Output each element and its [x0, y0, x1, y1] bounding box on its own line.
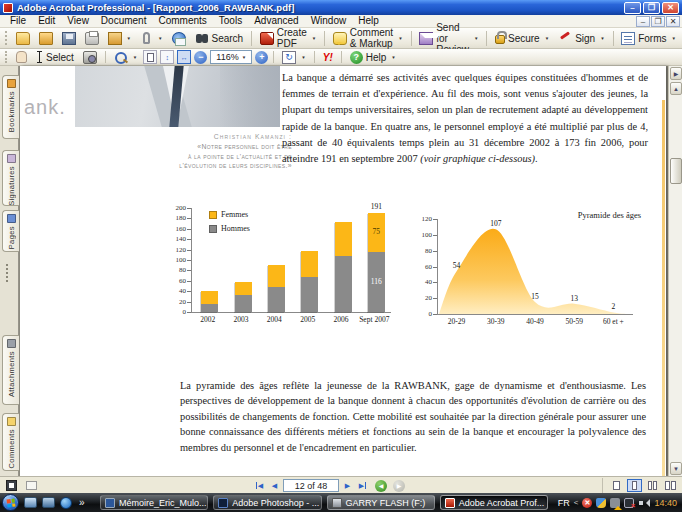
language-indicator[interactable]: FR [558, 498, 570, 508]
scroll-down-arrow[interactable]: ▼ [670, 462, 682, 475]
antivirus-shield-icon[interactable] [596, 498, 606, 508]
doc-restore-button[interactable]: ❐ [651, 16, 665, 27]
close-button[interactable]: ✕ [662, 2, 679, 14]
create-pdf-button[interactable]: Create PDF [257, 26, 319, 50]
volume-icon[interactable] [638, 498, 648, 508]
tray-chevron[interactable]: < [574, 498, 579, 507]
pane-toggle-icon[interactable] [26, 481, 37, 490]
next-view-button[interactable]: ▶ [393, 480, 405, 492]
organizer-open-button[interactable] [36, 31, 56, 46]
page-navigation: ◀ ◀ 12 of 48 ▶ ▶ ◀ ▶ [253, 478, 405, 493]
update-warning-icon[interactable] [610, 498, 620, 508]
sidebar-tab-signatures[interactable]: Signatures [2, 150, 19, 206]
sidebar-tab-comments[interactable]: Comments [2, 413, 19, 471]
window-switcher-icon[interactable] [42, 497, 55, 508]
select-tool-button[interactable]: Select [33, 50, 77, 65]
sidebar-tab-bookmarks[interactable]: Bookmarks [2, 75, 19, 139]
help-button[interactable]: ? Help [347, 50, 399, 65]
taskbar-button[interactable]: Mémoire_Eric_Mulo... [100, 495, 208, 510]
document-pane[interactable]: ank. Christian Kamanzi : «Notre personne… [19, 66, 668, 476]
media-player-icon[interactable] [60, 497, 72, 509]
bar-ytick-label: 0 [165, 308, 186, 316]
attach-button[interactable] [137, 31, 165, 45]
zoom-in-button[interactable]: + [255, 51, 268, 64]
pdf-page: ank. Christian Kamanzi : «Notre personne… [20, 66, 666, 476]
menu-document[interactable]: Document [95, 15, 153, 27]
minimize-button[interactable]: – [624, 2, 641, 14]
fit-page-button[interactable] [143, 50, 157, 64]
pane-expand-arrow[interactable]: ▶ [670, 67, 682, 80]
sign-pen-icon [558, 32, 572, 45]
sidebar-tab-attachments[interactable]: Attachments [2, 335, 19, 405]
doc-close-button[interactable]: ✕ [666, 16, 680, 27]
hand-tool-button[interactable] [13, 50, 30, 64]
restore-button[interactable]: ❐ [643, 2, 660, 14]
continuous-facing-button[interactable] [645, 479, 660, 492]
print-button[interactable] [82, 31, 102, 46]
sidebar-tab-pages[interactable]: Pages [2, 210, 19, 252]
bar-xtick-label: 2004 [258, 316, 291, 325]
open-folder-icon [16, 32, 30, 45]
start-button[interactable] [2, 494, 19, 511]
menu-comments[interactable]: Comments [152, 15, 212, 27]
pane-splitter-handle[interactable] [6, 264, 13, 282]
quote-block: Christian Kamanzi : «Notre personnel doi… [78, 132, 292, 171]
show-desktop-icon[interactable] [24, 497, 37, 508]
previous-view-button[interactable]: ◀ [375, 480, 387, 492]
snapshot-button[interactable] [80, 50, 100, 65]
fit-height-button[interactable]: ↕ [160, 50, 174, 64]
open-button[interactable] [13, 31, 33, 46]
clock[interactable]: 14:40 [654, 498, 677, 508]
rotate-page-icon [282, 51, 296, 64]
vertical-scrollbar[interactable]: ▶ ▲ ▼ [668, 66, 682, 476]
legend-swatch-femmes [209, 211, 217, 219]
facing-button[interactable] [663, 479, 678, 492]
organizer-button[interactable] [105, 31, 134, 46]
fit-width-button[interactable]: ↔ [177, 50, 191, 64]
single-page-button[interactable] [609, 479, 624, 492]
save-button[interactable] [59, 31, 79, 46]
taskbar-button[interactable]: GARRY FLASH (F:) [327, 495, 435, 510]
next-page-button[interactable]: ▶ [341, 479, 354, 492]
sign-button[interactable]: Sign [555, 31, 607, 46]
yahoo-toolbar-button[interactable]: Y! [320, 51, 336, 64]
organizer-folder-icon [39, 32, 53, 45]
save-disk-icon [62, 32, 76, 45]
forms-button[interactable]: Forms [618, 31, 679, 46]
quote-line: «Notre personnel doit être [78, 142, 292, 152]
zoom-tool-button[interactable] [111, 50, 140, 65]
network-disconnected-icon[interactable] [624, 498, 634, 508]
zoom-out-button[interactable]: − [194, 51, 207, 64]
comments-icon [7, 417, 16, 426]
taskbar-button[interactable]: Adobe Photoshop - ... [213, 495, 321, 510]
scrollbar-thumb[interactable] [670, 158, 682, 184]
toolbar-separator [251, 31, 252, 46]
menu-items: FileEditViewDocumentCommentsToolsAdvance… [4, 15, 385, 27]
quick-launch-more-chevron[interactable]: » [79, 497, 85, 508]
facing-icon [671, 481, 676, 490]
comment-markup-button[interactable]: Comment & Markup [330, 26, 406, 50]
bar-hommes-label: 116 [368, 277, 385, 286]
security-alert-icon[interactable]: ✕ [582, 498, 592, 508]
area-y-axis [437, 219, 438, 314]
menu-view[interactable]: View [61, 15, 95, 27]
menu-file[interactable]: File [4, 15, 32, 27]
search-button[interactable]: Search [192, 31, 247, 46]
first-page-button[interactable]: ◀ [253, 479, 266, 492]
secure-button[interactable]: Secure [492, 31, 552, 45]
previous-page-button[interactable]: ◀ [268, 479, 281, 492]
email-button[interactable] [169, 31, 189, 46]
doc-minimize-button[interactable]: – [636, 16, 650, 27]
toolbar-grip[interactable] [5, 31, 8, 45]
page-indicator[interactable]: 12 of 48 [283, 479, 339, 492]
rotate-pages-button[interactable] [279, 50, 308, 65]
menu-edit[interactable]: Edit [32, 15, 61, 27]
scroll-up-arrow[interactable]: ▲ [670, 82, 682, 95]
page-size-icon[interactable] [6, 480, 17, 491]
menu-tools[interactable]: Tools [213, 15, 248, 27]
last-page-button[interactable]: ▶ [356, 479, 369, 492]
continuous-button[interactable] [627, 479, 642, 492]
zoom-level-combo[interactable]: 116% [210, 50, 252, 64]
toolbar-grip[interactable] [5, 51, 8, 62]
taskbar-button[interactable]: Adobe Acrobat Prof... [440, 495, 548, 510]
